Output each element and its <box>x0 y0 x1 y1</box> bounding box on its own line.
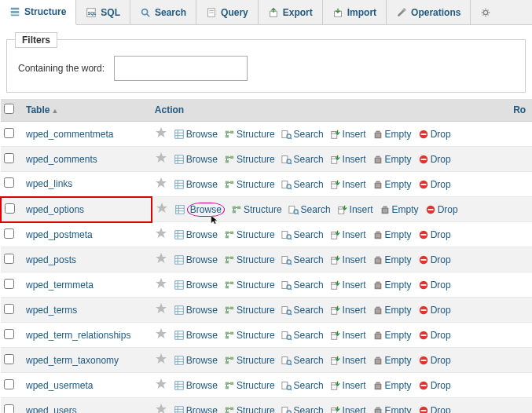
structure-link[interactable]: Structure <box>224 154 275 165</box>
insert-link[interactable]: Insert <box>330 229 366 240</box>
table-name-link[interactable]: wped_term_relationships <box>26 330 130 341</box>
structure-link[interactable]: Structure <box>224 405 275 414</box>
search-link[interactable]: Search <box>281 330 324 341</box>
browse-link[interactable]: Browse <box>174 405 218 414</box>
drop-link[interactable]: Drop <box>418 280 451 291</box>
tab-more[interactable] <box>471 0 501 24</box>
empty-link[interactable]: Empty <box>372 280 412 291</box>
drop-link[interactable]: Drop <box>418 129 451 140</box>
structure-link[interactable]: Structure <box>224 229 275 240</box>
favorite-star[interactable] <box>155 152 167 166</box>
tab-import[interactable]: Import <box>323 0 387 24</box>
favorite-star[interactable] <box>155 378 167 393</box>
row-checkbox[interactable] <box>4 404 14 414</box>
empty-link[interactable]: Empty <box>380 204 419 215</box>
favorite-star[interactable] <box>155 403 167 413</box>
row-checkbox[interactable] <box>4 329 14 339</box>
structure-link[interactable]: Structure <box>224 129 275 140</box>
drop-link[interactable]: Drop <box>418 154 451 165</box>
search-link[interactable]: Search <box>288 204 331 215</box>
browse-link[interactable]: Browse <box>174 380 218 391</box>
browse-link[interactable]: Browse <box>174 355 218 366</box>
structure-link[interactable]: Structure <box>224 330 275 341</box>
empty-link[interactable]: Empty <box>372 129 412 140</box>
browse-link[interactable]: Browse <box>174 305 218 316</box>
table-name-link[interactable]: wped_termmeta <box>26 280 94 291</box>
search-link[interactable]: Search <box>281 305 324 316</box>
search-link[interactable]: Search <box>281 254 324 265</box>
table-name-link[interactable]: wped_commentmeta <box>26 129 113 140</box>
tab-export[interactable]: Export <box>259 0 323 24</box>
search-link[interactable]: Search <box>281 380 324 391</box>
favorite-star[interactable] <box>155 126 167 141</box>
drop-link[interactable]: Drop <box>418 179 451 190</box>
drop-link[interactable]: Drop <box>425 204 458 215</box>
structure-link[interactable]: Structure <box>224 380 275 391</box>
search-link[interactable]: Search <box>281 355 324 366</box>
structure-link[interactable]: Structure <box>224 254 275 265</box>
browse-link[interactable]: Browse <box>174 203 225 217</box>
structure-link[interactable]: Structure <box>224 355 275 366</box>
insert-link[interactable]: Insert <box>330 380 366 391</box>
select-all-checkbox[interactable] <box>4 104 14 114</box>
favorite-star[interactable] <box>156 202 168 217</box>
search-link[interactable]: Search <box>281 129 324 140</box>
search-link[interactable]: Search <box>281 154 324 165</box>
table-name-link[interactable]: wped_options <box>26 204 84 215</box>
browse-link[interactable]: Browse <box>174 154 218 165</box>
insert-link[interactable]: Insert <box>330 129 366 140</box>
drop-link[interactable]: Drop <box>418 229 451 240</box>
search-link[interactable]: Search <box>281 229 324 240</box>
table-name-link[interactable]: wped_links <box>26 178 72 189</box>
filter-containing-input[interactable] <box>114 56 248 81</box>
tab-structure[interactable]: Structure <box>0 0 76 25</box>
row-checkbox[interactable] <box>4 354 14 364</box>
favorite-star[interactable] <box>155 353 167 367</box>
row-checkbox[interactable] <box>5 203 15 214</box>
drop-link[interactable]: Drop <box>418 355 451 366</box>
empty-link[interactable]: Empty <box>372 405 412 414</box>
insert-link[interactable]: Insert <box>330 154 366 165</box>
table-name-link[interactable]: wped_users <box>26 405 77 414</box>
browse-link[interactable]: Browse <box>174 280 218 291</box>
table-name-link[interactable]: wped_terms <box>26 305 77 316</box>
browse-link[interactable]: Browse <box>174 129 218 140</box>
structure-link[interactable]: Structure <box>224 179 275 190</box>
insert-link[interactable]: Insert <box>330 280 366 291</box>
insert-link[interactable]: Insert <box>330 330 366 341</box>
row-checkbox[interactable] <box>4 177 14 188</box>
drop-link[interactable]: Drop <box>418 254 451 265</box>
tab-query[interactable]: Query <box>196 0 259 24</box>
browse-link[interactable]: Browse <box>174 179 218 190</box>
row-checkbox[interactable] <box>4 128 14 138</box>
row-checkbox[interactable] <box>4 153 14 163</box>
structure-link[interactable]: Structure <box>224 280 275 291</box>
empty-link[interactable]: Empty <box>372 380 412 391</box>
empty-link[interactable]: Empty <box>372 330 412 341</box>
drop-link[interactable]: Drop <box>418 380 451 391</box>
structure-link[interactable]: Structure <box>224 305 275 316</box>
row-checkbox[interactable] <box>4 379 14 389</box>
empty-link[interactable]: Empty <box>372 355 412 366</box>
row-checkbox[interactable] <box>4 304 14 314</box>
insert-link[interactable]: Insert <box>337 204 373 215</box>
tab-sql[interactable]: SQL <box>76 0 130 24</box>
empty-link[interactable]: Empty <box>372 229 412 240</box>
favorite-star[interactable] <box>155 177 167 192</box>
drop-link[interactable]: Drop <box>418 305 451 316</box>
insert-link[interactable]: Insert <box>330 305 366 316</box>
insert-link[interactable]: Insert <box>330 179 366 190</box>
drop-link[interactable]: Drop <box>418 330 451 341</box>
insert-link[interactable]: Insert <box>330 405 366 414</box>
table-name-link[interactable]: wped_usermeta <box>26 380 93 391</box>
table-name-link[interactable]: wped_postmeta <box>26 229 93 240</box>
row-checkbox[interactable] <box>4 254 14 264</box>
browse-link[interactable]: Browse <box>174 229 218 240</box>
search-link[interactable]: Search <box>281 280 324 291</box>
empty-link[interactable]: Empty <box>372 154 412 165</box>
search-link[interactable]: Search <box>281 179 324 190</box>
insert-link[interactable]: Insert <box>330 355 366 366</box>
table-name-link[interactable]: wped_posts <box>26 254 76 265</box>
insert-link[interactable]: Insert <box>330 254 366 265</box>
empty-link[interactable]: Empty <box>372 254 412 265</box>
